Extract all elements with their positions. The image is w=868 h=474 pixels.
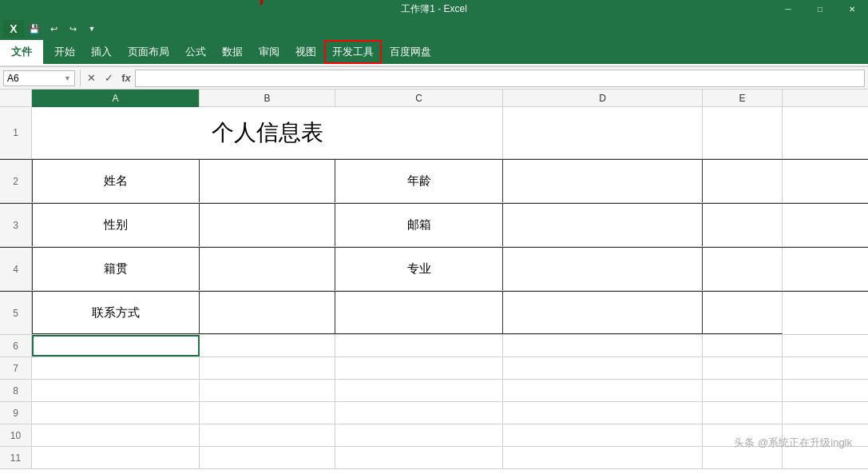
formula-input[interactable]: [135, 70, 865, 87]
row-number[interactable]: 4: [0, 248, 32, 290]
cell-e1[interactable]: [703, 107, 783, 158]
cell-reference-box[interactable]: A6 ▼: [3, 70, 75, 86]
cell-c2[interactable]: 年龄: [335, 160, 503, 202]
cell-d8[interactable]: [503, 380, 703, 401]
cell-e2[interactable]: [703, 160, 783, 202]
cell-e4[interactable]: [703, 248, 783, 290]
review-menu-item[interactable]: 审阅: [251, 40, 287, 64]
cell-d6[interactable]: [503, 335, 703, 356]
cell-e11[interactable]: [703, 447, 783, 468]
cell-c10[interactable]: [335, 424, 503, 446]
cell-a11[interactable]: [32, 447, 200, 468]
row-number[interactable]: 7: [0, 357, 32, 379]
row-number[interactable]: 11: [0, 447, 32, 468]
cell-c5[interactable]: [335, 292, 503, 334]
row-number[interactable]: 10: [0, 424, 32, 446]
cell-a9[interactable]: [32, 402, 200, 424]
cell-d5[interactable]: [503, 292, 703, 334]
developer-menu-item[interactable]: 开发工具: [324, 40, 382, 64]
data-menu-item[interactable]: 数据: [214, 40, 251, 64]
row-number[interactable]: 6: [0, 335, 32, 356]
menu-bar: 文件 开始 插入 页面布局 公式 数据 审阅 视图 开发工具 百度网盘: [0, 40, 868, 64]
row-number[interactable]: 1: [0, 107, 32, 158]
cell-b7[interactable]: [200, 357, 335, 379]
cell-c4[interactable]: 专业: [335, 248, 503, 290]
cell-a3[interactable]: 性别: [32, 204, 200, 246]
cell-c9[interactable]: [335, 402, 503, 424]
col-header-e[interactable]: E: [703, 90, 783, 107]
insert-menu-item[interactable]: 插入: [83, 40, 120, 64]
confirm-formula-button[interactable]: ✓: [100, 70, 117, 87]
cell-a5[interactable]: 联系方式: [32, 292, 200, 334]
excel-icon: X: [3, 20, 24, 38]
title-bar: 工作簿1 - Excel ─ □ ✕: [0, 0, 868, 18]
cell-e10[interactable]: [703, 424, 783, 446]
home-menu-item[interactable]: 开始: [46, 40, 83, 64]
save-button[interactable]: 💾: [26, 20, 43, 38]
formula-menu-item[interactable]: 公式: [177, 40, 214, 64]
col-header-d[interactable]: D: [503, 90, 703, 107]
cell-d4[interactable]: [503, 248, 703, 290]
close-button[interactable]: ✕: [836, 0, 868, 18]
cell-d9[interactable]: [503, 402, 703, 424]
cell-b11[interactable]: [200, 447, 335, 468]
cell-c8[interactable]: [335, 380, 503, 401]
row-number[interactable]: 8: [0, 380, 32, 401]
undo-button[interactable]: ↩: [45, 20, 62, 38]
minimize-button[interactable]: ─: [772, 0, 804, 18]
cell-b8[interactable]: [200, 380, 335, 401]
cell-d10[interactable]: [503, 424, 703, 446]
cell-a7[interactable]: [32, 357, 200, 379]
cell-b2[interactable]: [200, 160, 335, 202]
cell-b4[interactable]: [200, 248, 335, 290]
more-quick-access-button[interactable]: ▼: [83, 20, 101, 38]
cell-e3[interactable]: [703, 204, 783, 246]
cell-d11[interactable]: [503, 447, 703, 468]
redo-button[interactable]: ↪: [64, 20, 81, 38]
formula-bar: A6 ▼ ✕ ✓ fx: [0, 67, 868, 90]
cell-a8[interactable]: [32, 380, 200, 401]
insert-function-button[interactable]: fx: [117, 70, 135, 87]
file-menu-item[interactable]: 文件: [0, 40, 43, 64]
cell-e6[interactable]: [703, 335, 783, 356]
baidu-disk-menu-item[interactable]: 百度网盘: [382, 40, 439, 64]
cell-a4[interactable]: 籍贯: [32, 248, 200, 290]
maximize-button[interactable]: □: [804, 0, 836, 18]
cell-e8[interactable]: [703, 380, 783, 401]
table-row: 5 联系方式: [0, 291, 868, 335]
cell-b6[interactable]: [200, 335, 335, 356]
cancel-formula-button[interactable]: ✕: [82, 70, 100, 87]
table-row: 11: [0, 447, 868, 469]
cell-b10[interactable]: [200, 424, 335, 446]
view-menu-item[interactable]: 视图: [287, 40, 324, 64]
cell-c11[interactable]: [335, 447, 503, 468]
row-number[interactable]: 2: [0, 160, 32, 202]
cell-a2[interactable]: 姓名: [32, 160, 200, 202]
cell-b5[interactable]: [200, 292, 335, 334]
cell-b9[interactable]: [200, 402, 335, 424]
row-number[interactable]: 9: [0, 402, 32, 424]
col-header-a[interactable]: A: [32, 90, 200, 107]
col-header-c[interactable]: C: [335, 90, 503, 107]
cell-b3[interactable]: [200, 204, 335, 246]
cell-e7[interactable]: [703, 357, 783, 379]
cell-d3[interactable]: [503, 204, 703, 246]
cell-e9[interactable]: [703, 402, 783, 424]
row-number[interactable]: 3: [0, 204, 32, 246]
cell-ref-value: A6: [7, 73, 19, 84]
cell-c6[interactable]: [335, 335, 503, 356]
cell-c3[interactable]: 邮箱: [335, 204, 503, 246]
col-header-b[interactable]: B: [200, 90, 335, 107]
cell-a1[interactable]: 个人信息表: [32, 107, 503, 158]
cell-a6[interactable]: [32, 335, 200, 356]
cell-d2[interactable]: [503, 160, 703, 202]
cell-d1[interactable]: [503, 107, 703, 158]
page-layout-menu-item[interactable]: 页面布局: [120, 40, 177, 64]
window-title: 工作簿1 - Excel: [401, 2, 467, 16]
cell-e5[interactable]: [703, 292, 783, 334]
table-row: 7: [0, 357, 868, 380]
cell-d7[interactable]: [503, 357, 703, 379]
cell-c7[interactable]: [335, 357, 503, 379]
cell-a10[interactable]: [32, 424, 200, 446]
row-number[interactable]: 5: [0, 292, 32, 334]
